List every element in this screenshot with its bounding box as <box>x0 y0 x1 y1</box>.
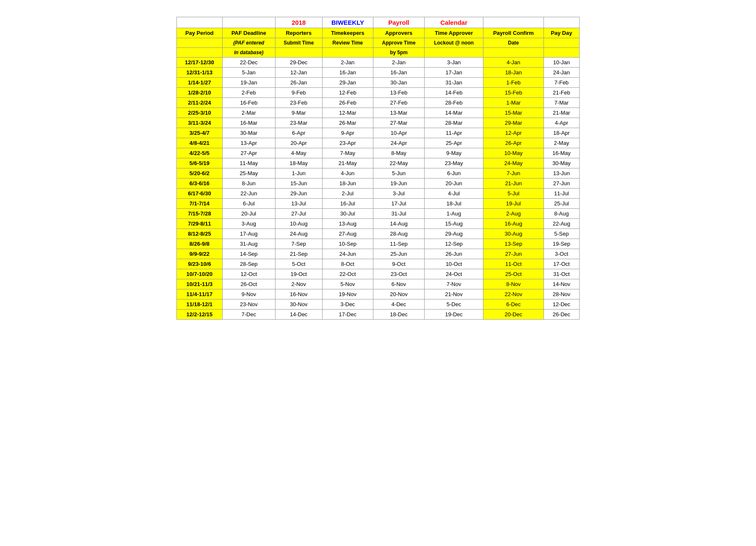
cell-lockout: 14-Mar <box>424 108 483 118</box>
cell-lockout: 7-Nov <box>424 279 483 289</box>
cell-paf_deadline: 27-Apr <box>222 148 275 158</box>
table-row: 2/25-3/102-Mar9-Mar12-Mar13-Mar14-Mar15-… <box>177 108 580 118</box>
cell-review_time: 5-Nov <box>322 279 373 289</box>
table-row: 10/7-10/2012-Oct19-Oct22-Oct23-Oct24-Oct… <box>177 269 580 279</box>
table-row: 3/25-4/730-Mar6-Apr9-Apr10-Apr11-Apr12-A… <box>177 128 580 138</box>
cell-pay_period: 12/2-12/15 <box>177 310 223 320</box>
cell-paf_deadline: 22-Dec <box>222 58 275 68</box>
cell-review_time: 12-Mar <box>322 108 373 118</box>
cell-approve_time: 23-Oct <box>373 269 424 279</box>
cell-lockout: 28-Feb <box>424 98 483 108</box>
cell-pay_period: 6/3-6/16 <box>177 178 223 189</box>
header-col-row: Pay Period PAF Deadline Reporters Timeke… <box>177 28 580 38</box>
cell-payroll_confirm: 10-May <box>483 148 543 158</box>
payroll-label: Payroll <box>373 17 424 28</box>
col-paf-deadline: PAF Deadline <box>222 28 275 38</box>
cell-payroll_confirm: 6-Dec <box>483 299 543 310</box>
cell-pay_day: 28-Nov <box>543 289 579 299</box>
table-row: 6/3-6/168-Jun15-Jun18-Jun19-Jun20-Jun21-… <box>177 178 580 189</box>
cell-review_time: 22-Oct <box>322 269 373 279</box>
cell-approve_time: 2-Jan <box>373 58 424 68</box>
h3-review-time: Review Time <box>322 38 373 48</box>
cell-pay_day: 31-Oct <box>543 269 579 279</box>
cell-pay_period: 8/26-9/8 <box>177 239 223 249</box>
h1-col1 <box>177 17 223 28</box>
h3-col8 <box>543 38 579 48</box>
cell-lockout: 1-Aug <box>424 209 483 219</box>
cell-pay_period: 5/20-6/2 <box>177 168 223 178</box>
cell-submit_time: 19-Oct <box>275 269 322 279</box>
cell-payroll_confirm: 2-Aug <box>483 209 543 219</box>
cell-lockout: 3-Jan <box>424 58 483 68</box>
cell-review_time: 3-Dec <box>322 299 373 310</box>
cell-submit_time: 7-Sep <box>275 239 322 249</box>
cell-lockout: 18-Jul <box>424 199 483 209</box>
cell-paf_deadline: 9-Nov <box>222 289 275 299</box>
cell-paf_deadline: 13-Apr <box>222 138 275 148</box>
cell-approve_time: 8-May <box>373 148 424 158</box>
cell-payroll_confirm: 7-Jun <box>483 168 543 178</box>
cell-payroll_confirm: 18-Jan <box>483 68 543 78</box>
cell-paf_deadline: 30-Mar <box>222 128 275 138</box>
cell-lockout: 17-Jan <box>424 68 483 78</box>
cell-payroll_confirm: 30-Aug <box>483 229 543 239</box>
cell-pay_day: 4-Apr <box>543 118 579 128</box>
cell-payroll_confirm: 8-Nov <box>483 279 543 289</box>
cell-paf_deadline: 5-Jan <box>222 68 275 78</box>
cell-pay_period: 2/11-2/24 <box>177 98 223 108</box>
table-row: 11/4-11/179-Nov16-Nov19-Nov20-Nov21-Nov2… <box>177 289 580 299</box>
cell-lockout: 6-Jun <box>424 168 483 178</box>
cell-payroll_confirm: 12-Apr <box>483 128 543 138</box>
cell-approve_time: 13-Mar <box>373 108 424 118</box>
cell-pay_period: 9/23-10/6 <box>177 259 223 269</box>
cell-pay_period: 9/9-9/22 <box>177 249 223 259</box>
cell-review_time: 30-Jul <box>322 209 373 219</box>
cell-paf_deadline: 16-Mar <box>222 118 275 128</box>
table-row: 7/15-7/2820-Jul27-Jul30-Jul31-Jul1-Aug2-… <box>177 209 580 219</box>
cell-pay_day: 17-Oct <box>543 259 579 269</box>
cell-paf_deadline: 12-Oct <box>222 269 275 279</box>
cell-payroll_confirm: 5-Jul <box>483 189 543 199</box>
cell-submit_time: 20-Apr <box>275 138 322 148</box>
cell-submit_time: 13-Jul <box>275 199 322 209</box>
col-timekeepers: Timekeepers <box>322 28 373 38</box>
table-row: 2/11-2/2416-Feb23-Feb26-Feb27-Feb28-Feb1… <box>177 98 580 108</box>
h4-col6 <box>424 48 483 58</box>
cell-submit_time: 26-Jan <box>275 78 322 88</box>
cell-pay_period: 3/11-3/24 <box>177 118 223 128</box>
cell-lockout: 23-May <box>424 158 483 168</box>
cell-review_time: 12-Feb <box>322 88 373 98</box>
cell-payroll_confirm: 24-May <box>483 158 543 168</box>
cell-submit_time: 21-Sep <box>275 249 322 259</box>
cell-submit_time: 1-Jun <box>275 168 322 178</box>
cell-review_time: 17-Dec <box>322 310 373 320</box>
cell-approve_time: 5-Jun <box>373 168 424 178</box>
table-row: 1/28-2/102-Feb9-Feb12-Feb13-Feb14-Feb15-… <box>177 88 580 98</box>
h1-col8 <box>543 17 579 28</box>
header-title-row: 2018 BIWEEKLY Payroll Calendar <box>177 17 580 28</box>
cell-lockout: 28-Mar <box>424 118 483 128</box>
table-row: 9/23-10/628-Sep5-Oct8-Oct9-Oct10-Oct11-O… <box>177 259 580 269</box>
cell-lockout: 11-Apr <box>424 128 483 138</box>
cell-lockout: 25-Apr <box>424 138 483 148</box>
cell-paf_deadline: 17-Aug <box>222 229 275 239</box>
cell-approve_time: 27-Feb <box>373 98 424 108</box>
cell-submit_time: 12-Jan <box>275 68 322 78</box>
cell-payroll_confirm: 1-Mar <box>483 98 543 108</box>
cell-review_time: 16-Jan <box>322 68 373 78</box>
cell-approve_time: 10-Apr <box>373 128 424 138</box>
table-row: 5/6-5/1911-May18-May21-May22-May23-May24… <box>177 158 580 168</box>
cell-pay_period: 6/17-6/30 <box>177 189 223 199</box>
calendar-label: Calendar <box>424 17 483 28</box>
cell-pay_period: 2/25-3/10 <box>177 108 223 118</box>
year-label: 2018 <box>275 17 322 28</box>
cell-paf_deadline: 14-Sep <box>222 249 275 259</box>
h4-col8 <box>543 48 579 58</box>
table-row: 12/2-12/157-Dec14-Dec17-Dec18-Dec19-Dec2… <box>177 310 580 320</box>
cell-approve_time: 19-Jun <box>373 178 424 189</box>
cell-paf_deadline: 6-Jul <box>222 199 275 209</box>
cell-review_time: 29-Jan <box>322 78 373 88</box>
biweekly-label: BIWEEKLY <box>322 17 373 28</box>
cell-approve_time: 27-Mar <box>373 118 424 128</box>
cell-paf_deadline: 31-Aug <box>222 239 275 249</box>
